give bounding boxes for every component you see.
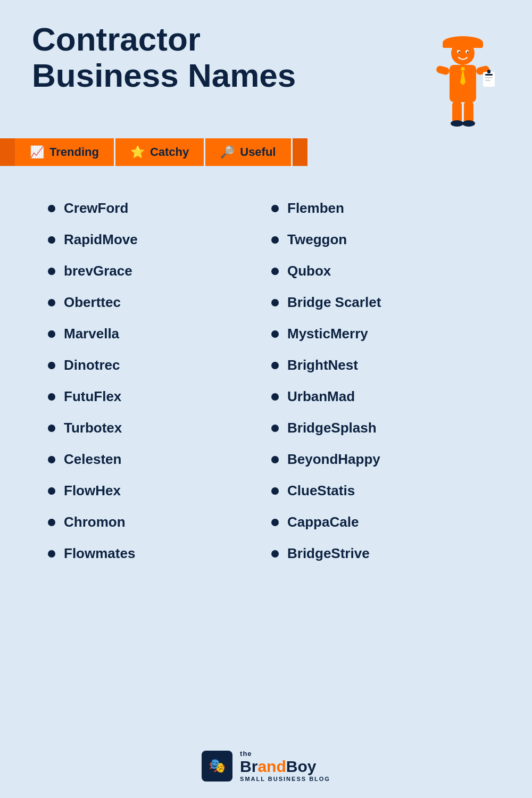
tags-bar: 📈 Trending ⭐ Catchy 🔎 Useful xyxy=(0,138,532,182)
list-item: BridgeSplash xyxy=(266,412,489,444)
list-item: Dinotrec xyxy=(43,350,266,381)
brandboy-logo-icon: 🎭 xyxy=(202,751,232,782)
svg-marker-9 xyxy=(461,67,465,70)
list-item: FlowHex xyxy=(43,475,266,506)
svg-rect-16 xyxy=(487,70,491,73)
business-name-label: Flowmates xyxy=(64,545,135,562)
list-item: Flowmates xyxy=(43,538,266,569)
list-item: Oberttec xyxy=(43,287,266,318)
tag-right-accent xyxy=(293,138,307,166)
business-name-label: Tweggon xyxy=(287,231,347,248)
trending-icon: 📈 xyxy=(30,145,44,159)
business-name-label: Marvella xyxy=(64,326,119,342)
list-item: Marvella xyxy=(43,318,266,350)
list-item: Bridge Scarlet xyxy=(266,287,489,318)
business-name-label: Chromon xyxy=(64,514,126,530)
svg-rect-17 xyxy=(452,101,462,123)
business-name-label: Dinotrec xyxy=(64,357,120,373)
footer-the-label: the xyxy=(240,750,252,758)
svg-rect-10 xyxy=(436,65,451,76)
list-item: FutuFlex xyxy=(43,381,266,412)
list-item: Tweggon xyxy=(266,224,489,255)
bullet-icon xyxy=(271,393,279,401)
svg-rect-13 xyxy=(485,74,493,76)
svg-point-19 xyxy=(451,120,463,127)
list-item: Turbotex xyxy=(43,412,266,444)
bullet-icon xyxy=(271,205,279,212)
business-name-label: UrbanMad xyxy=(287,388,355,405)
list-item: CappaCale xyxy=(266,506,489,538)
useful-label: Useful xyxy=(240,145,276,159)
bullet-icon xyxy=(271,487,279,495)
svg-point-6 xyxy=(467,52,469,53)
business-name-label: FutuFlex xyxy=(64,388,121,405)
bullet-icon xyxy=(271,519,279,526)
list-item: Celesten xyxy=(43,444,266,475)
business-name-label: FlowHex xyxy=(64,483,121,499)
footer: 🎭 the BrandBoy SMALL BUSINESS BLOG xyxy=(202,734,330,798)
page-title: Contractor Business Names xyxy=(32,21,296,94)
business-name-label: Qubox xyxy=(287,263,331,279)
useful-icon: 🔎 xyxy=(220,145,235,159)
bullet-icon xyxy=(271,456,279,463)
bullet-icon xyxy=(48,487,55,495)
business-name-label: Celesten xyxy=(64,451,121,468)
svg-rect-18 xyxy=(464,101,473,123)
tag-left-accent xyxy=(0,138,15,166)
list-item: CrewFord xyxy=(43,193,266,224)
list-item: BridgeStrive xyxy=(266,538,489,569)
tag-trending[interactable]: 📈 Trending xyxy=(15,138,115,166)
header: Contractor Business Names xyxy=(0,0,532,138)
footer-sub-label: SMALL BUSINESS BLOG xyxy=(240,776,330,782)
business-name-label: Turbotex xyxy=(64,420,122,436)
title-block: Contractor Business Names xyxy=(32,21,296,94)
bullet-icon xyxy=(271,425,279,432)
business-name-label: BridgeSplash xyxy=(287,420,377,436)
trending-label: Trending xyxy=(49,145,99,159)
business-name-label: Bridge Scarlet xyxy=(287,294,381,311)
bullet-icon xyxy=(271,236,279,244)
business-name-label: MysticMerry xyxy=(287,326,368,342)
svg-point-20 xyxy=(462,120,475,127)
names-col-right: FlembenTweggonQuboxBridge ScarletMysticM… xyxy=(266,193,489,569)
business-name-label: BridgeStrive xyxy=(287,545,370,562)
business-name-label: brevGrace xyxy=(64,263,132,279)
business-name-label: ClueStatis xyxy=(287,483,355,499)
list-item: BrightNest xyxy=(266,350,489,381)
bullet-icon xyxy=(48,299,55,306)
business-name-label: CappaCale xyxy=(287,514,359,530)
bullet-icon xyxy=(48,425,55,432)
bullet-icon xyxy=(271,268,279,275)
catchy-icon: ⭐ xyxy=(130,145,145,159)
names-section: CrewFordRapidMovebrevGraceOberttecMarvel… xyxy=(0,182,532,591)
svg-rect-14 xyxy=(485,77,493,78)
svg-point-2 xyxy=(451,41,475,65)
bullet-icon xyxy=(271,299,279,306)
list-item: RapidMove xyxy=(43,224,266,255)
list-item: Qubox xyxy=(266,255,489,287)
list-item: Flemben xyxy=(266,193,489,224)
bullet-icon xyxy=(48,330,55,338)
business-name-label: Oberttec xyxy=(64,294,121,311)
catchy-label: Catchy xyxy=(150,145,189,159)
tag-useful[interactable]: 🔎 Useful xyxy=(205,138,292,166)
bullet-icon xyxy=(48,205,55,212)
list-item: UrbanMad xyxy=(266,381,489,412)
list-item: BeyondHappy xyxy=(266,444,489,475)
svg-point-5 xyxy=(459,52,460,53)
tag-catchy[interactable]: ⭐ Catchy xyxy=(115,138,205,166)
svg-rect-15 xyxy=(485,80,491,81)
business-name-label: BeyondHappy xyxy=(287,451,380,468)
bullet-icon xyxy=(48,236,55,244)
bullet-icon xyxy=(271,550,279,558)
bullet-icon xyxy=(48,519,55,526)
list-item: brevGrace xyxy=(43,255,266,287)
footer-text: the BrandBoy SMALL BUSINESS BLOG xyxy=(240,750,330,782)
bullet-icon xyxy=(271,362,279,369)
list-item: Chromon xyxy=(43,506,266,538)
list-item: ClueStatis xyxy=(266,475,489,506)
bullet-icon xyxy=(48,362,55,369)
bullet-icon xyxy=(48,393,55,401)
business-name-label: CrewFord xyxy=(64,200,128,217)
footer-brand-name: BrandBoy xyxy=(240,758,316,776)
